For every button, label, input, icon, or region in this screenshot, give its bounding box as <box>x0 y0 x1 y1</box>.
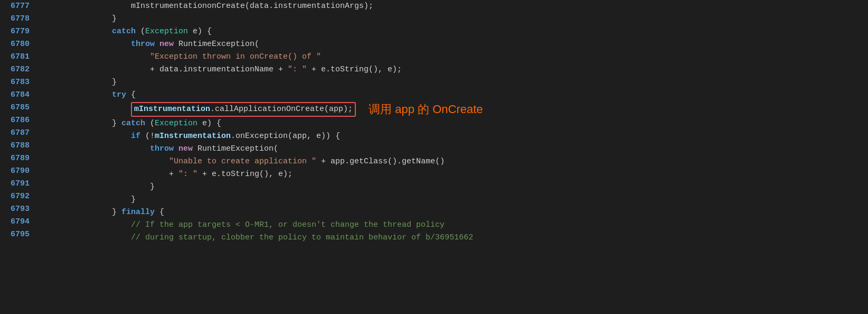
token: RuntimeException( <box>193 143 278 155</box>
token: + e.toString(), e); <box>197 168 293 181</box>
token: new <box>178 143 193 155</box>
token: // during startup, clobber the policy to… <box>36 232 473 244</box>
token: mInstrumentationonCreate(data.instrument… <box>36 0 373 13</box>
code-line: + ": " + e.toString(), e); <box>36 168 293 181</box>
code-line-row: if (!mInstrumentation.onException(app, e… <box>36 130 868 143</box>
code-line: } <box>36 76 117 89</box>
line-number: 6788 <box>4 140 30 152</box>
token <box>36 155 169 168</box>
code-line-row: "Exception thrown in onCreate() of " <box>36 51 868 63</box>
token: { <box>126 89 136 101</box>
token: mInstrumentation <box>155 130 231 143</box>
code-line-row: // during startup, clobber the policy to… <box>36 232 868 244</box>
token: throw <box>131 38 155 51</box>
token: { <box>155 206 164 219</box>
token: try <box>112 89 126 101</box>
code-line: // during startup, clobber the policy to… <box>36 232 473 244</box>
code-line-row: + data.instrumentationName + ": " + e.to… <box>36 63 868 76</box>
code-line: } catch (Exception e) { <box>36 117 221 130</box>
token: } <box>36 13 117 25</box>
code-viewer: 6777677867796780678167826783678467856786… <box>0 0 868 314</box>
token: "Unable to create application " <box>169 155 316 168</box>
token: new <box>159 38 174 51</box>
token: } <box>36 117 121 130</box>
line-number: 6790 <box>4 165 30 178</box>
code-line: "Unable to create application " + app.ge… <box>36 155 445 168</box>
code-line-row: mInstrumentation.callApplicationOnCreate… <box>36 101 868 117</box>
token: e) { <box>188 25 212 38</box>
code-line: // If the app targets < O-MR1, or doesn'… <box>36 219 445 232</box>
line-number: 6785 <box>4 101 30 114</box>
token: ": " <box>288 63 307 76</box>
annotation-label: 调用 app 的 OnCreate <box>369 101 483 117</box>
code-line: } finally { <box>36 206 164 219</box>
token: mInstrumentation <box>134 105 210 114</box>
line-number: 6782 <box>4 63 30 76</box>
token: .callApplicationOnCreate(app); <box>210 105 353 114</box>
token <box>36 130 131 143</box>
code-line: + data.instrumentationName + ": " + e.to… <box>36 63 402 76</box>
code-line: throw new RuntimeException( <box>36 143 278 155</box>
token: + e.toString(), e); <box>307 63 402 76</box>
line-number: 6781 <box>4 51 30 63</box>
token: .onException(app, e)) { <box>231 130 340 143</box>
token: + data.instrumentationName + <box>36 63 288 76</box>
token: Exception <box>155 117 197 130</box>
token: RuntimeException( <box>174 38 259 51</box>
line-number: 6784 <box>4 89 30 101</box>
code-line-row: } <box>36 193 868 206</box>
token <box>36 89 112 101</box>
code-line-row: } finally { <box>36 206 868 219</box>
code-line: "Exception thrown in onCreate() of " <box>36 51 321 63</box>
token: (! <box>140 130 155 143</box>
token <box>174 143 178 155</box>
line-number: 6792 <box>4 190 30 203</box>
token: catch <box>121 117 145 130</box>
line-number: 6783 <box>4 76 30 89</box>
line-number: 6787 <box>4 127 30 140</box>
token: ( <box>136 25 145 38</box>
code-line: } <box>36 193 136 206</box>
code-line: try { <box>36 89 136 101</box>
code-line-row: catch (Exception e) { <box>36 25 868 38</box>
token: } <box>36 76 117 89</box>
token: ": " <box>178 168 197 181</box>
token: finally <box>121 206 155 219</box>
token: + app.getClass().getName() <box>316 155 445 168</box>
token: Exception <box>145 25 188 38</box>
token: e) { <box>197 117 221 130</box>
code-line-row: "Unable to create application " + app.ge… <box>36 155 868 168</box>
token <box>36 143 150 155</box>
line-number: 6789 <box>4 152 30 165</box>
line-number: 6795 <box>4 228 30 241</box>
token: // If the app targets < O-MR1, or doesn'… <box>36 219 445 232</box>
line-number: 6791 <box>4 178 30 190</box>
highlighted-code-box: mInstrumentation.callApplicationOnCreate… <box>131 102 356 117</box>
line-number: 6779 <box>4 25 30 38</box>
line-number: 6786 <box>4 114 30 127</box>
token: throw <box>150 143 174 155</box>
indent <box>36 103 131 116</box>
token <box>36 25 112 38</box>
code-line: mInstrumentationonCreate(data.instrument… <box>36 0 373 13</box>
token: "Exception thrown in onCreate() of " <box>150 51 321 63</box>
code-line-row: // If the app targets < O-MR1, or doesn'… <box>36 219 868 232</box>
code-line-row: } catch (Exception e) { <box>36 117 868 130</box>
code-line-row: throw new RuntimeException( <box>36 143 868 155</box>
line-numbers: 6777677867796780678167826783678467856786… <box>0 0 36 314</box>
token: } <box>36 193 136 206</box>
token <box>155 38 159 51</box>
code-line: catch (Exception e) { <box>36 25 212 38</box>
line-number: 6778 <box>4 13 30 25</box>
token <box>36 51 150 63</box>
code-line: } <box>36 13 117 25</box>
token: catch <box>112 25 136 38</box>
line-number: 6793 <box>4 203 30 216</box>
code-line-row: } <box>36 76 868 89</box>
code-line-row: mInstrumentationonCreate(data.instrument… <box>36 0 868 13</box>
code-line-row: throw new RuntimeException( <box>36 38 868 51</box>
code-line-row: try { <box>36 89 868 101</box>
code-line-row: + ": " + e.toString(), e); <box>36 168 868 181</box>
token: if <box>131 130 140 143</box>
code-line: if (!mInstrumentation.onException(app, e… <box>36 130 340 143</box>
